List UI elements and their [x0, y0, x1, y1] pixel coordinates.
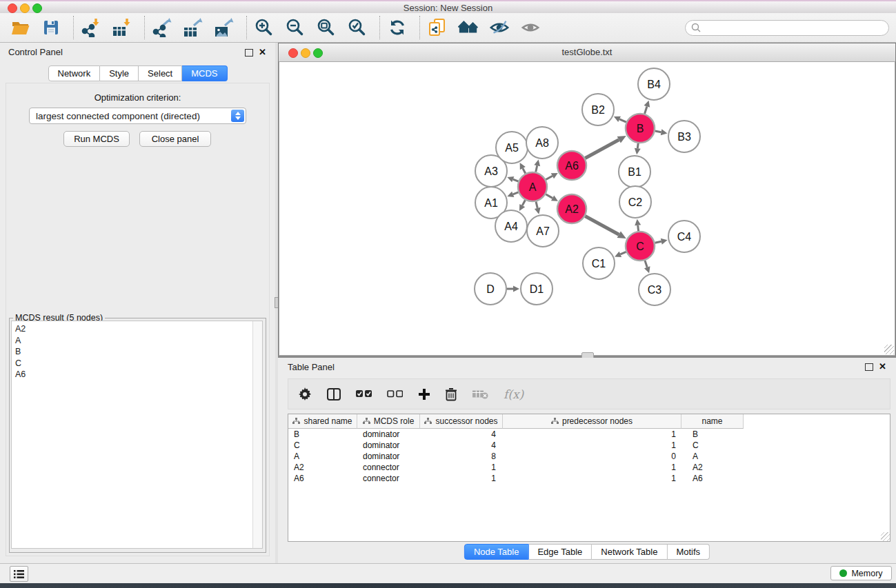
- edge-A2-C[interactable]: [585, 216, 626, 239]
- table-cell[interactable]: 1: [503, 429, 681, 440]
- node-A4[interactable]: A4: [495, 210, 527, 242]
- table-cell[interactable]: A: [681, 451, 744, 462]
- table-cell[interactable]: 1: [503, 462, 681, 473]
- column-layout-button[interactable]: [327, 388, 341, 401]
- edge-D-D1[interactable]: [507, 286, 519, 292]
- first-neighbors-button[interactable]: [458, 17, 479, 38]
- export-image-button[interactable]: [214, 17, 235, 38]
- import-table-button[interactable]: [112, 17, 132, 38]
- tab-style[interactable]: Style: [100, 65, 139, 81]
- resize-grip-icon[interactable]: [884, 345, 894, 354]
- table-cell[interactable]: connector: [357, 473, 420, 484]
- zoom-selected-button[interactable]: [347, 17, 368, 38]
- table-cell[interactable]: A6: [681, 473, 744, 484]
- edge-A-A3[interactable]: [507, 176, 518, 182]
- tab-network-table[interactable]: Network Table: [592, 544, 667, 560]
- zoom-out-button[interactable]: [285, 17, 306, 38]
- edge-C-C2[interactable]: [635, 219, 641, 231]
- close-panel-icon[interactable]: ✕: [259, 47, 266, 58]
- table-cell[interactable]: 4: [420, 440, 503, 451]
- criterion-dropdown[interactable]: largest connected component (directed): [29, 108, 246, 124]
- node-table[interactable]: shared nameMCDS rolesuccessor nodesprede…: [288, 414, 890, 542]
- edge-B-B1[interactable]: [635, 143, 641, 154]
- edge-B-B4[interactable]: [644, 101, 650, 114]
- node-A8[interactable]: A8: [526, 127, 558, 159]
- node-D1[interactable]: D1: [521, 273, 552, 305]
- table-cell[interactable]: A2: [288, 462, 357, 473]
- tab-motifs[interactable]: Motifs: [667, 544, 710, 560]
- node-B[interactable]: B: [626, 114, 655, 143]
- edge-A-A2[interactable]: [546, 194, 558, 201]
- table-row[interactable]: Cdominator41C: [288, 440, 890, 451]
- column-header-shared-name[interactable]: shared name: [288, 414, 357, 429]
- result-scrollbar[interactable]: [252, 321, 262, 548]
- close-panel-button[interactable]: Close panel: [139, 131, 211, 147]
- export-table-button[interactable]: [183, 17, 203, 38]
- result-list-item[interactable]: A6: [12, 369, 262, 381]
- table-cell[interactable]: C: [288, 440, 357, 451]
- hide-selected-button[interactable]: [489, 17, 510, 38]
- node-C4[interactable]: C4: [668, 221, 700, 252]
- result-list-item[interactable]: B: [12, 346, 262, 358]
- node-C[interactable]: C: [626, 232, 655, 261]
- node-B3[interactable]: B3: [668, 121, 700, 152]
- table-cell[interactable]: dominator: [357, 429, 420, 440]
- column-header-successor-nodes[interactable]: successor nodes: [420, 414, 503, 429]
- tab-select[interactable]: Select: [139, 65, 182, 81]
- column-header-MCDS-role[interactable]: MCDS role: [357, 414, 420, 429]
- select-all-button[interactable]: [356, 390, 372, 398]
- show-hidden-button[interactable]: [520, 17, 541, 38]
- node-A[interactable]: A: [518, 172, 547, 201]
- table-cell[interactable]: 1: [503, 440, 681, 451]
- export-network-button[interactable]: [152, 17, 172, 38]
- edge-A-A7[interactable]: [535, 201, 541, 214]
- zoom-in-button[interactable]: [254, 17, 275, 38]
- table-row[interactable]: A2connector11A2: [288, 462, 890, 473]
- node-C2[interactable]: C2: [619, 186, 651, 218]
- table-cell[interactable]: A: [288, 451, 357, 462]
- table-cell[interactable]: C: [681, 440, 744, 451]
- tab-edge-table[interactable]: Edge Table: [528, 544, 592, 560]
- network-canvas[interactable]: AA1A2A3A4A5A6A7A8BB1B2B3B4CC1C2C3C4DD1: [279, 61, 895, 356]
- table-row[interactable]: A6connector11A6: [288, 473, 890, 484]
- table-settings-button[interactable]: [298, 387, 312, 401]
- delete-row-button[interactable]: [446, 387, 457, 401]
- table-cell[interactable]: dominator: [357, 451, 420, 462]
- node-A2[interactable]: A2: [557, 194, 586, 223]
- edge-C-C1[interactable]: [615, 252, 626, 257]
- table-cell[interactable]: 1: [420, 462, 503, 473]
- refresh-button[interactable]: [387, 17, 408, 38]
- search-input[interactable]: [704, 22, 888, 34]
- edge-A-A6[interactable]: [546, 173, 557, 180]
- table-cell[interactable]: B: [288, 429, 357, 440]
- result-list-item[interactable]: A2: [12, 323, 262, 335]
- save-session-button[interactable]: [41, 17, 61, 38]
- node-C3[interactable]: C3: [639, 274, 670, 305]
- tab-network[interactable]: Network: [48, 65, 100, 81]
- add-row-button[interactable]: [418, 388, 430, 401]
- table-cell[interactable]: 1: [420, 473, 503, 484]
- edge-C-C4[interactable]: [655, 239, 667, 245]
- tab-mcds[interactable]: MCDS: [182, 65, 227, 81]
- column-header-name[interactable]: name: [681, 414, 744, 429]
- table-cell[interactable]: 0: [503, 451, 681, 462]
- result-list-item[interactable]: A: [12, 335, 262, 347]
- table-cell[interactable]: connector: [357, 462, 420, 473]
- run-mcds-button[interactable]: Run MCDS: [63, 131, 130, 147]
- node-B2[interactable]: B2: [582, 94, 614, 125]
- table-cell[interactable]: A6: [288, 473, 357, 484]
- task-history-button[interactable]: [10, 566, 28, 582]
- tab-node-table[interactable]: Node Table: [464, 544, 529, 560]
- edge-B-B2[interactable]: [614, 116, 626, 122]
- edge-C-C3[interactable]: [644, 261, 650, 273]
- memory-button[interactable]: Memory: [830, 566, 892, 580]
- node-A5[interactable]: A5: [496, 132, 528, 163]
- table-cell[interactable]: dominator: [357, 440, 420, 451]
- table-row[interactable]: Adominator80A: [288, 451, 890, 462]
- edge-A-A1[interactable]: [507, 192, 518, 197]
- table-cell[interactable]: B: [681, 429, 744, 440]
- node-B1[interactable]: B1: [619, 156, 650, 187]
- resize-grip-icon[interactable]: [881, 532, 890, 541]
- node-C1[interactable]: C1: [583, 247, 615, 279]
- column-header-predecessor-nodes[interactable]: predecessor nodes: [503, 414, 681, 429]
